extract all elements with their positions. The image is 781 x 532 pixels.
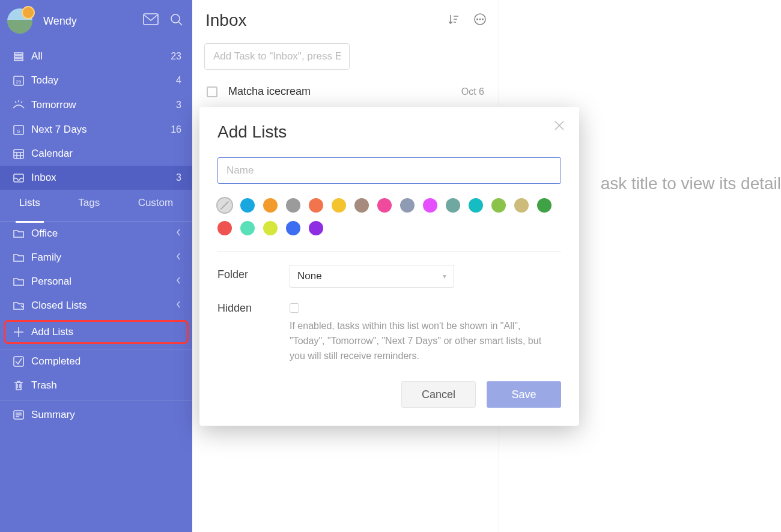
- folder-label: Office: [31, 228, 175, 240]
- sidebar-item-trash[interactable]: Trash: [0, 373, 192, 397]
- inbox-icon: [10, 172, 28, 184]
- tab-lists[interactable]: Lists: [16, 197, 44, 223]
- folder-icon: [10, 252, 28, 264]
- chevron-left-icon: [175, 276, 181, 288]
- svg-point-16: [482, 19, 484, 20]
- stack-icon: [10, 50, 28, 62]
- folder-select[interactable]: None ▾: [290, 265, 454, 288]
- color-swatch[interactable]: [309, 198, 323, 213]
- color-swatch[interactable]: [240, 221, 255, 235]
- color-swatch[interactable]: [263, 198, 278, 213]
- color-swatch[interactable]: [423, 198, 437, 213]
- task-row[interactable]: Matcha icecream Oct 6: [192, 79, 499, 104]
- modal-title: Add Lists: [217, 122, 561, 142]
- folder-icon: [10, 300, 28, 312]
- color-swatch-none[interactable]: [217, 198, 232, 213]
- completed-label: Completed: [31, 355, 181, 367]
- task-title: Matcha icecream: [228, 85, 461, 98]
- search-icon[interactable]: [169, 13, 184, 30]
- color-swatch[interactable]: [400, 198, 415, 213]
- color-swatch[interactable]: [217, 221, 232, 235]
- folder-label: Closed Lists: [31, 300, 175, 312]
- calS-icon: S: [10, 124, 28, 136]
- color-swatch[interactable]: [286, 221, 300, 235]
- save-button[interactable]: Save: [487, 381, 561, 408]
- svg-rect-9: [14, 150, 23, 159]
- sidebar-tabs: Lists Tags Custom: [0, 190, 192, 222]
- tab-tags[interactable]: Tags: [74, 197, 103, 215]
- cancel-button[interactable]: Cancel: [401, 381, 476, 408]
- sidebar-item-label: All: [31, 50, 171, 62]
- folder-value: None: [297, 270, 322, 282]
- sort-icon[interactable]: [447, 13, 460, 28]
- sidebar-item-next7[interactable]: S Next 7 Days 16: [0, 118, 192, 142]
- sidebar-item-label: Inbox: [31, 172, 176, 184]
- color-swatch[interactable]: [286, 198, 300, 213]
- trash-label: Trash: [31, 379, 181, 391]
- color-swatches: [217, 198, 561, 235]
- username: Wendy: [43, 15, 143, 28]
- color-swatch[interactable]: [514, 198, 529, 213]
- sidebar-item-calendar[interactable]: Calendar: [0, 142, 192, 166]
- add-task-input[interactable]: [204, 43, 350, 70]
- summary-label: Summary: [31, 409, 181, 421]
- check-icon: [10, 355, 28, 367]
- sidebar-item-summary[interactable]: Summary: [0, 403, 192, 427]
- color-swatch[interactable]: [263, 221, 278, 235]
- task-checkbox[interactable]: [207, 86, 217, 97]
- svg-rect-4: [14, 59, 23, 61]
- chevron-down-icon: ▾: [443, 272, 446, 280]
- color-swatch[interactable]: [491, 198, 506, 213]
- chevron-left-icon: [175, 300, 181, 312]
- mail-icon[interactable]: [143, 13, 159, 30]
- svg-text:S: S: [17, 128, 20, 134]
- sidebar-item-count: 3: [176, 100, 181, 110]
- sidebar-item-completed[interactable]: Completed: [0, 349, 192, 373]
- sidebar: Wendy All 2329 Today 4 Tomorrow 3S Next …: [0, 0, 192, 532]
- sidebar-item-label: Next 7 Days: [31, 124, 171, 136]
- sidebar-item-label: Tomorrow: [31, 99, 176, 111]
- add-lists-modal: Add Lists Folder None ▾ Hidden If enable…: [199, 107, 579, 426]
- trash-icon: [10, 379, 28, 391]
- sidebar-item-label: Calendar: [31, 148, 181, 160]
- svg-point-14: [477, 19, 478, 20]
- plus-icon: [10, 326, 28, 338]
- summary-icon: [10, 409, 28, 421]
- avatar[interactable]: [7, 8, 32, 34]
- sidebar-item-all[interactable]: All 23: [0, 44, 192, 68]
- folder-item[interactable]: Office: [0, 222, 192, 246]
- sun-icon: [10, 98, 28, 112]
- color-swatch[interactable]: [469, 198, 483, 213]
- hidden-checkbox[interactable]: [290, 303, 299, 313]
- color-swatch[interactable]: [446, 198, 460, 213]
- color-swatch[interactable]: [354, 198, 369, 213]
- color-swatch[interactable]: [309, 221, 323, 235]
- folder-label: Folder: [217, 265, 290, 281]
- color-swatch[interactable]: [332, 198, 346, 213]
- add-lists-button[interactable]: Add Lists: [4, 320, 189, 344]
- sidebar-item-today[interactable]: 29 Today 4: [0, 68, 192, 92]
- color-swatch[interactable]: [240, 198, 255, 213]
- sidebar-item-inbox[interactable]: Inbox 3: [0, 166, 192, 190]
- folder-icon: [10, 228, 28, 240]
- svg-rect-2: [14, 53, 23, 55]
- folder-item[interactable]: Personal: [0, 270, 192, 294]
- more-icon[interactable]: [473, 13, 487, 28]
- chevron-left-icon: [175, 228, 181, 240]
- svg-point-1: [171, 14, 180, 23]
- task-date: Oct 6: [461, 86, 484, 97]
- cal29-icon: 29: [10, 74, 28, 86]
- color-swatch[interactable]: [377, 198, 392, 213]
- list-name-input[interactable]: [217, 157, 561, 184]
- close-icon[interactable]: [554, 120, 565, 134]
- folder-item[interactable]: Family: [0, 246, 192, 270]
- color-swatch[interactable]: [537, 198, 552, 213]
- add-lists-highlight: Add Lists: [4, 320, 189, 344]
- tab-custom[interactable]: Custom: [135, 197, 177, 215]
- hidden-hint: If enabled, tasks within this list won't…: [290, 319, 553, 363]
- svg-text:29: 29: [16, 79, 22, 85]
- sidebar-item-tomorrow[interactable]: Tomorrow 3: [0, 92, 192, 118]
- calgrid-icon: [10, 148, 28, 160]
- folder-item[interactable]: Closed Lists: [0, 294, 192, 318]
- sidebar-item-label: Today: [31, 74, 176, 86]
